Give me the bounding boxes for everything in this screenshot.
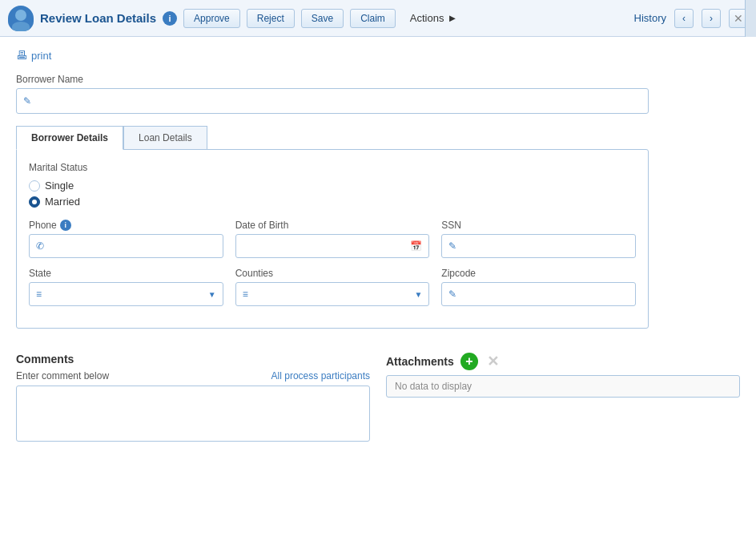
save-button[interactable]: Save bbox=[301, 9, 344, 28]
print-link[interactable]: 🖶 print bbox=[16, 49, 740, 62]
add-attachment-button[interactable]: + bbox=[460, 353, 478, 370]
state-col: State ≡ ▼ bbox=[29, 268, 223, 306]
dob-input[interactable]: 📅 bbox=[235, 234, 430, 258]
claim-button[interactable]: Claim bbox=[350, 9, 396, 28]
counties-col: Counties ≡ ▼ bbox=[235, 268, 430, 306]
delete-attachment-button[interactable]: ✕ bbox=[485, 353, 502, 370]
form-row-state-counties-zip: State ≡ ▼ Counties ≡ bbox=[29, 268, 636, 306]
actions-button[interactable]: Actions ► bbox=[402, 9, 466, 27]
attachments-title: Attachments + ✕ bbox=[386, 353, 740, 370]
next-button[interactable]: › bbox=[702, 9, 721, 28]
form-row-phone-dob-ssn: Phone i ✆ Date of Birth 📅 bbox=[29, 220, 636, 258]
phone-col: Phone i ✆ bbox=[29, 220, 223, 258]
marital-status-group: Single Married bbox=[29, 180, 636, 208]
calendar-icon: 📅 bbox=[410, 240, 422, 252]
radio-single-label: Single bbox=[45, 180, 74, 192]
ssn-label: SSN bbox=[441, 220, 636, 231]
header-left: Review Loan Details i Approve Reject Sav… bbox=[8, 6, 634, 31]
ssn-input[interactable]: ✎ bbox=[441, 234, 636, 258]
radio-married-circle bbox=[29, 196, 40, 208]
header: Review Loan Details i Approve Reject Sav… bbox=[0, 0, 756, 37]
page-title: Review Loan Details bbox=[40, 11, 156, 25]
history-link[interactable]: History bbox=[634, 12, 666, 24]
bottom-sections: Comments Enter comment below All process… bbox=[16, 353, 740, 460]
state-list-icon: ≡ bbox=[36, 289, 42, 300]
zipcode-label: Zipcode bbox=[441, 268, 636, 279]
marital-status-label: Marital Status bbox=[29, 162, 636, 173]
phone-input[interactable]: ✆ bbox=[29, 234, 223, 258]
radio-married-label: Married bbox=[45, 196, 80, 208]
counties-label: Counties bbox=[235, 268, 430, 279]
header-right: History ‹ › ✕ bbox=[634, 9, 748, 28]
comments-section: Comments Enter comment below All process… bbox=[16, 353, 370, 444]
avatar bbox=[8, 6, 34, 31]
dob-label: Date of Birth bbox=[235, 220, 430, 231]
tab-content: Marital Status Single Married Phone bbox=[16, 149, 649, 329]
comments-title: Comments bbox=[16, 353, 370, 365]
zipcode-col: Zipcode ✎ bbox=[441, 268, 636, 306]
print-label: print bbox=[31, 50, 51, 62]
state-label: State bbox=[29, 268, 223, 279]
state-chevron-icon: ▼ bbox=[208, 290, 216, 299]
counties-chevron-icon: ▼ bbox=[414, 290, 422, 299]
radio-married[interactable]: Married bbox=[29, 196, 636, 208]
phone-label: Phone i bbox=[29, 220, 223, 231]
ssn-col: SSN ✎ bbox=[441, 220, 636, 258]
zipcode-input[interactable]: ✎ bbox=[441, 282, 636, 306]
tab-borrower-details[interactable]: Borrower Details bbox=[16, 126, 123, 150]
borrower-name-input[interactable]: ✎ bbox=[16, 88, 649, 114]
counties-select[interactable]: ≡ ▼ bbox=[235, 282, 430, 306]
dob-col: Date of Birth 📅 bbox=[235, 220, 430, 258]
radio-single[interactable]: Single bbox=[29, 180, 636, 192]
comment-textarea[interactable] bbox=[16, 386, 370, 442]
state-select[interactable]: ≡ ▼ bbox=[29, 282, 223, 306]
reject-button[interactable]: Reject bbox=[247, 9, 295, 28]
main-content: 🖶 print Borrower Name ✎ Borrower Details… bbox=[0, 37, 756, 472]
edit-icon: ✎ bbox=[23, 95, 31, 107]
prev-button[interactable]: ‹ bbox=[674, 9, 694, 28]
scrollbar-indicator bbox=[745, 0, 756, 37]
actions-arrow-icon: ► bbox=[447, 12, 457, 24]
enter-comment-label: Enter comment below bbox=[16, 370, 109, 382]
print-icon: 🖶 bbox=[16, 49, 27, 62]
phone-info-icon[interactable]: i bbox=[60, 220, 71, 231]
radio-single-circle bbox=[29, 180, 40, 192]
zipcode-edit-icon: ✎ bbox=[448, 289, 456, 300]
ssn-edit-icon: ✎ bbox=[448, 240, 456, 252]
phone-icon: ✆ bbox=[36, 240, 44, 252]
no-data-label: No data to display bbox=[386, 375, 740, 398]
info-icon[interactable]: i bbox=[163, 11, 177, 26]
all-participants-link[interactable]: All process participants bbox=[271, 370, 370, 382]
counties-list-icon: ≡ bbox=[243, 289, 248, 300]
approve-button[interactable]: Approve bbox=[183, 9, 240, 28]
tabs: Borrower Details Loan Details bbox=[16, 126, 740, 150]
attachments-section: Attachments + ✕ No data to display bbox=[386, 353, 740, 444]
borrower-name-label: Borrower Name bbox=[16, 74, 740, 85]
comments-meta: Enter comment below All process particip… bbox=[16, 370, 370, 382]
tab-loan-details[interactable]: Loan Details bbox=[123, 126, 207, 150]
